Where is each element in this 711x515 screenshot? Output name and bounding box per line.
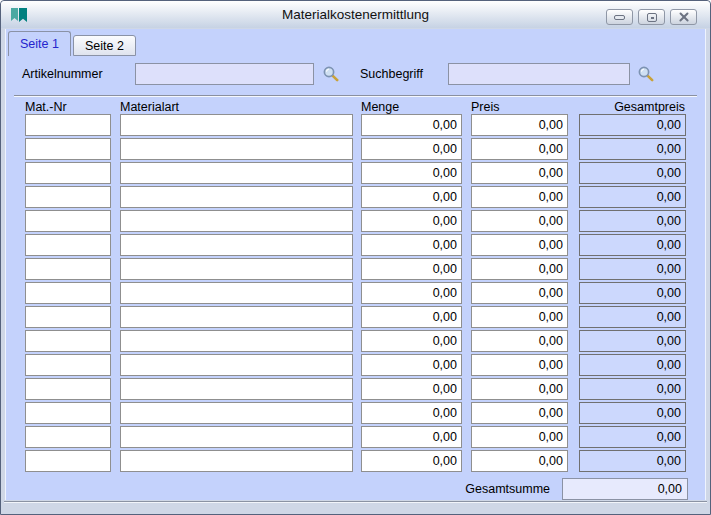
col-matnr — [25, 114, 111, 474]
suchbegriff-search-button[interactable] — [637, 65, 655, 83]
preis-cell-row15[interactable] — [471, 450, 568, 472]
materialart-cell-row2[interactable] — [120, 138, 353, 160]
menge-cell-row7[interactable] — [361, 258, 462, 280]
mat_nr-cell-row10[interactable] — [25, 330, 111, 352]
mat_nr-cell-row13[interactable] — [25, 402, 111, 424]
materialart-cell-row6[interactable] — [120, 234, 353, 256]
mat_nr-cell-row7[interactable] — [25, 258, 111, 280]
materialart-cell-row15[interactable] — [120, 450, 353, 472]
materialart-cell-row4[interactable] — [120, 186, 353, 208]
header-menge: Menge — [361, 100, 399, 114]
materialart-cell-row10[interactable] — [120, 330, 353, 352]
preis-cell-row5[interactable] — [471, 210, 568, 232]
menge-cell-row1[interactable] — [361, 114, 462, 136]
mat_nr-cell-row15[interactable] — [25, 450, 111, 472]
magnifier-icon — [637, 65, 655, 83]
menge-cell-row6[interactable] — [361, 234, 462, 256]
header-preis: Preis — [471, 100, 499, 114]
artikelnummer-search-button[interactable] — [322, 65, 340, 83]
mat_nr-cell-row11[interactable] — [25, 354, 111, 376]
suchbegriff-input[interactable] — [448, 63, 630, 85]
mat_nr-cell-row14[interactable] — [25, 426, 111, 448]
menge-cell-row11[interactable] — [361, 354, 462, 376]
gesamtpreis-cell-row14: 0,00 — [579, 426, 686, 448]
artikelnummer-label: Artikelnummer — [22, 67, 103, 81]
menge-cell-row13[interactable] — [361, 402, 462, 424]
menge-cell-row4[interactable] — [361, 186, 462, 208]
menge-cell-row10[interactable] — [361, 330, 462, 352]
menge-cell-row14[interactable] — [361, 426, 462, 448]
menge-cell-row3[interactable] — [361, 162, 462, 184]
close-button[interactable] — [670, 9, 697, 25]
col-menge — [361, 114, 462, 474]
menge-cell-row5[interactable] — [361, 210, 462, 232]
artikelnummer-input[interactable] — [135, 63, 314, 85]
gesamtpreis-cell-row4: 0,00 — [579, 186, 686, 208]
tab-strip: Seite 1 Seite 2 — [8, 31, 136, 56]
preis-cell-row8[interactable] — [471, 282, 568, 304]
magnifier-icon — [322, 65, 340, 83]
menge-cell-row2[interactable] — [361, 138, 462, 160]
preis-cell-row4[interactable] — [471, 186, 568, 208]
materialart-cell-row1[interactable] — [120, 114, 353, 136]
gesamtpreis-cell-row1: 0,00 — [579, 114, 686, 136]
mat_nr-cell-row1[interactable] — [25, 114, 111, 136]
preis-cell-row10[interactable] — [471, 330, 568, 352]
mat_nr-cell-row8[interactable] — [25, 282, 111, 304]
window-controls — [606, 9, 697, 25]
materialart-cell-row7[interactable] — [120, 258, 353, 280]
maximize-button[interactable] — [638, 9, 665, 25]
preis-cell-row13[interactable] — [471, 402, 568, 424]
materialart-cell-row14[interactable] — [120, 426, 353, 448]
preis-cell-row3[interactable] — [471, 162, 568, 184]
preis-cell-row11[interactable] — [471, 354, 568, 376]
materialkosten-window: Materialkostenermittlung Seite 1 Seite 2… — [0, 0, 711, 515]
menge-cell-row8[interactable] — [361, 282, 462, 304]
minimize-button[interactable] — [606, 9, 633, 25]
materialart-cell-row11[interactable] — [120, 354, 353, 376]
materialart-cell-row13[interactable] — [120, 402, 353, 424]
title-bar: Materialkostenermittlung — [1, 1, 710, 28]
preis-cell-row6[interactable] — [471, 234, 568, 256]
mat_nr-cell-row3[interactable] — [25, 162, 111, 184]
tab-seite-1[interactable]: Seite 1 — [8, 31, 71, 56]
minimize-icon — [614, 15, 625, 20]
gesamtpreis-cell-row15: 0,00 — [579, 450, 686, 472]
gesamtpreis-cell-row7: 0,00 — [579, 258, 686, 280]
mat_nr-cell-row5[interactable] — [25, 210, 111, 232]
preis-cell-row14[interactable] — [471, 426, 568, 448]
tab-seite-2[interactable]: Seite 2 — [73, 35, 136, 56]
suchbegriff-label: Suchbegriff — [360, 67, 423, 81]
preis-cell-row12[interactable] — [471, 378, 568, 400]
materialart-cell-row3[interactable] — [120, 162, 353, 184]
client-area: Seite 1 Seite 2 Artikelnummer Suchbegrif… — [5, 29, 706, 500]
mat_nr-cell-row12[interactable] — [25, 378, 111, 400]
materialart-cell-row8[interactable] — [120, 282, 353, 304]
gesamtpreis-cell-row8: 0,00 — [579, 282, 686, 304]
mat_nr-cell-row9[interactable] — [25, 306, 111, 328]
gesamtpreis-cell-row10: 0,00 — [579, 330, 686, 352]
materialart-cell-row5[interactable] — [120, 210, 353, 232]
preis-cell-row7[interactable] — [471, 258, 568, 280]
materialart-cell-row9[interactable] — [120, 306, 353, 328]
preis-cell-row2[interactable] — [471, 138, 568, 160]
gesamtpreis-cell-row3: 0,00 — [579, 162, 686, 184]
mat_nr-cell-row6[interactable] — [25, 234, 111, 256]
materialart-cell-row12[interactable] — [120, 378, 353, 400]
gesamtpreis-cell-row5: 0,00 — [579, 210, 686, 232]
tab-page-seite-1: Artikelnummer Suchbegriff M — [5, 56, 706, 500]
preis-cell-row9[interactable] — [471, 306, 568, 328]
menge-cell-row12[interactable] — [361, 378, 462, 400]
close-icon — [678, 12, 690, 22]
mat_nr-cell-row4[interactable] — [25, 186, 111, 208]
gesamtpreis-cell-row11: 0,00 — [579, 354, 686, 376]
gesamtsumme-label: Gesamtsumme — [350, 482, 550, 496]
col-materialart — [120, 114, 353, 474]
gesamtpreis-cell-row12: 0,00 — [579, 378, 686, 400]
gesamtpreis-cell-row6: 0,00 — [579, 234, 686, 256]
preis-cell-row1[interactable] — [471, 114, 568, 136]
menge-cell-row9[interactable] — [361, 306, 462, 328]
menge-cell-row15[interactable] — [361, 450, 462, 472]
mat_nr-cell-row2[interactable] — [25, 138, 111, 160]
gesamtpreis-cell-row9: 0,00 — [579, 306, 686, 328]
